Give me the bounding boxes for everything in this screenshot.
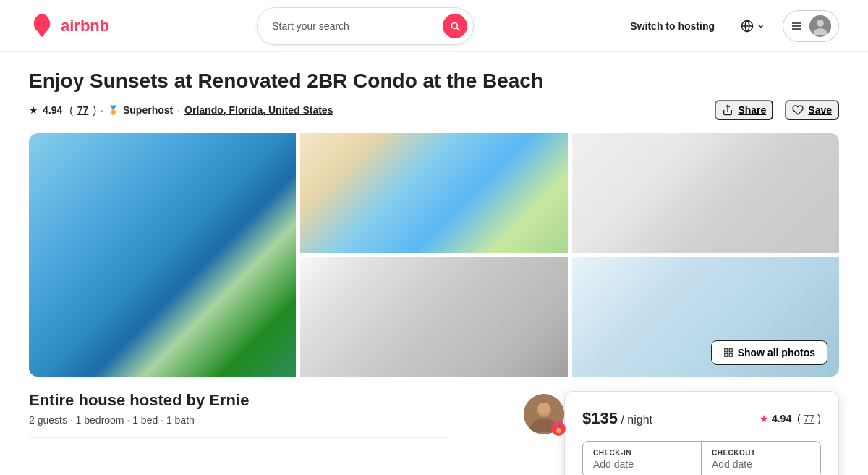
search-bar[interactable]: Start your search xyxy=(257,7,474,45)
booking-card: $135 / night ★ 4.94 (77) CHECK-IN Add da… xyxy=(564,391,839,475)
search-bar-text: Start your search xyxy=(272,20,434,32)
show-all-photos-label: Show all photos xyxy=(738,347,815,358)
share-icon xyxy=(722,104,733,116)
card-star-icon: ★ xyxy=(760,413,769,424)
per-night-label: / night xyxy=(621,413,652,426)
listing-title: Enjoy Sunsets at Renovated 2BR Condo at … xyxy=(29,70,839,93)
avatar xyxy=(809,15,831,37)
dot-separator-1: · xyxy=(101,104,103,116)
star-icon: ★ xyxy=(29,104,38,116)
divider xyxy=(29,437,448,438)
checkout-label: CHECKOUT xyxy=(712,449,810,457)
dot-separator-2: · xyxy=(177,104,180,116)
date-grid: CHECK-IN Add date CHECKOUT Add date xyxy=(582,441,821,475)
price-row: $135 / night ★ 4.94 (77) xyxy=(582,409,821,428)
user-avatar-icon xyxy=(809,15,831,37)
svg-rect-7 xyxy=(729,353,732,356)
superhost-medal-icon: 🏅 xyxy=(108,105,119,115)
checkout-value: Add date xyxy=(712,458,810,470)
checkin-label: CHECK-IN xyxy=(593,449,691,457)
review-count[interactable]: 77 xyxy=(77,104,89,116)
price-area: $135 / night xyxy=(582,409,652,428)
share-label: Share xyxy=(738,104,766,116)
host-superhost-badge: 🏅 xyxy=(551,421,566,436)
search-icon xyxy=(449,20,461,32)
checkin-value: Add date xyxy=(593,458,691,470)
switch-hosting-link[interactable]: Switch to hosting xyxy=(621,14,723,38)
save-label: Save xyxy=(808,104,832,116)
checkout-cell[interactable]: CHECKOUT Add date xyxy=(702,442,820,475)
logo-text: airbnb xyxy=(61,17,109,35)
language-selector[interactable] xyxy=(735,14,771,38)
show-all-photos-button[interactable]: Show all photos xyxy=(711,340,827,365)
meta-left: ★ 4.94 (77) · 🏅 Superhost · Orlando, Flo… xyxy=(29,104,333,116)
photo-4[interactable] xyxy=(300,257,567,377)
logo[interactable]: airbnb xyxy=(29,13,109,39)
bottom-section: Entire house hosted by Ernie 2 guests · … xyxy=(29,377,839,475)
heart-icon xyxy=(792,104,804,116)
share-button[interactable]: Share xyxy=(715,100,773,120)
grid-icon xyxy=(723,348,733,358)
search-button[interactable] xyxy=(443,14,467,38)
hamburger-icon xyxy=(791,20,802,32)
review-count-parens: ( xyxy=(67,104,73,116)
svg-point-10 xyxy=(538,403,550,414)
meta-right: Share Save xyxy=(715,100,839,120)
rating-value: 4.94 xyxy=(43,104,62,116)
review-close-paren: ) xyxy=(93,104,96,116)
card-rating: ★ 4.94 (77) xyxy=(760,413,821,424)
host-title: Entire house hosted by Ernie xyxy=(29,391,249,410)
host-avatar-area: 🏅 xyxy=(524,394,564,434)
svg-rect-5 xyxy=(729,349,732,352)
photo-3[interactable] xyxy=(572,133,839,253)
svg-rect-6 xyxy=(724,353,727,356)
main-photo[interactable] xyxy=(29,133,296,377)
card-review-count[interactable]: 77 xyxy=(804,413,815,424)
host-info: Entire house hosted by Ernie 2 guests · … xyxy=(29,391,564,438)
checkin-cell[interactable]: CHECK-IN Add date xyxy=(583,442,702,475)
badge-icon: 🏅 xyxy=(554,425,563,433)
main-content: Enjoy Sunsets at Renovated 2BR Condo at … xyxy=(0,52,868,475)
card-rating-value: 4.94 xyxy=(772,413,791,424)
photo-grid: Show all photos xyxy=(29,133,839,377)
svg-rect-4 xyxy=(724,349,727,352)
user-menu[interactable] xyxy=(783,10,839,42)
card-review-close: ) xyxy=(817,413,821,424)
globe-icon xyxy=(741,20,754,33)
card-review-open: ( xyxy=(794,413,801,424)
chevron-down-icon xyxy=(757,22,765,30)
header: airbnb Start your search Switch to hosti… xyxy=(0,0,868,52)
photo-2[interactable] xyxy=(300,133,567,253)
nav-right: Switch to hosting xyxy=(621,10,839,42)
price-value: $135 xyxy=(582,409,618,427)
svg-point-2 xyxy=(817,20,824,27)
save-button[interactable]: Save xyxy=(785,100,839,120)
airbnb-logo-icon xyxy=(29,13,55,39)
listing-meta: ★ 4.94 (77) · 🏅 Superhost · Orlando, Flo… xyxy=(29,100,839,120)
host-text: Entire house hosted by Ernie 2 guests · … xyxy=(29,391,249,437)
superhost-label: Superhost xyxy=(123,104,173,116)
listing-location[interactable]: Orlando, Florida, United States xyxy=(184,104,333,116)
host-details: 2 guests · 1 bedroom · 1 bed · 1 bath xyxy=(29,414,249,426)
